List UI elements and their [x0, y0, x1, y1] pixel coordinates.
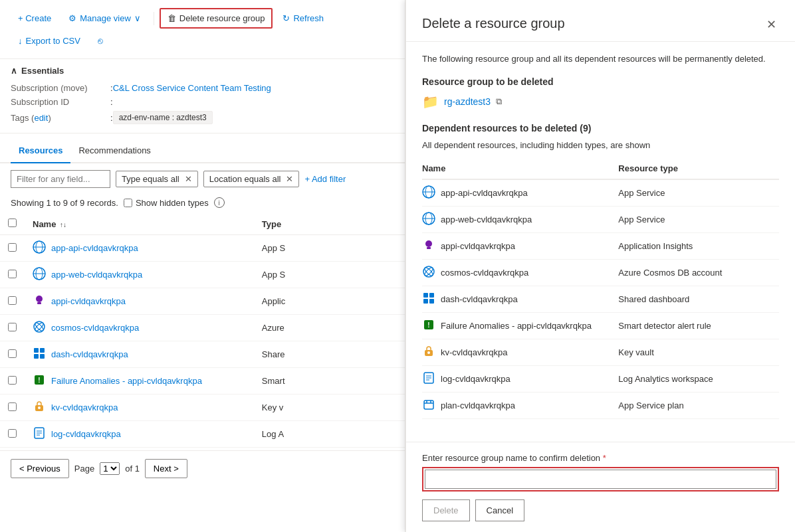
manage-view-button[interactable]: ⚙ Manage view ∨: [61, 9, 148, 28]
resource-name-cell: log-cvldqavkrqkpa: [25, 421, 254, 448]
pagination: < Previous Page 1 of 1 Next >: [0, 450, 405, 486]
svg-point-41: [427, 351, 430, 354]
rg-name-link[interactable]: rg-azdtest3: [444, 96, 491, 107]
dep-resource-icon: !: [422, 318, 435, 333]
export-csv-button[interactable]: ↓ Export to CSV: [11, 31, 88, 50]
dep-type-header: Resource type: [618, 158, 779, 179]
next-button[interactable]: Next >: [145, 459, 187, 478]
show-hidden-label[interactable]: Show hidden types: [124, 198, 209, 208]
resource-name-link[interactable]: dash-cvldqavkrqkpa: [51, 349, 128, 359]
resource-name-cell: app-api-cvldqavkrqkpa: [25, 235, 254, 262]
dependent-note: All dependent resources, including hidde…: [422, 140, 779, 150]
dep-table-row: dash-cvldqavkrqkpa Shared dashboard: [422, 286, 779, 312]
row-checkbox[interactable]: [8, 402, 17, 411]
dep-resource-type: Smart detector alert rule: [618, 312, 779, 339]
resource-name-link[interactable]: kv-cvldqavkrqkpa: [51, 402, 118, 412]
row-checkbox[interactable]: [8, 296, 17, 305]
resource-name-cell: cosmos-cvldqavkrqkpa: [25, 315, 254, 341]
resource-name-link[interactable]: cosmos-cvldqavkrqkpa: [51, 323, 139, 333]
delete-resource-group-button[interactable]: 🗑 Delete resource group: [160, 8, 273, 29]
confirm-rg-input[interactable]: [425, 470, 776, 489]
info-icon[interactable]: i: [214, 197, 225, 208]
row-checkbox[interactable]: [8, 376, 17, 385]
resource-icon: [33, 320, 46, 335]
dependent-section-title: Dependent resources to be deleted (9): [422, 123, 779, 133]
sort-icon: ↑↓: [60, 221, 66, 228]
svg-text:!: !: [38, 377, 40, 384]
modal-title: Delete a resource group: [422, 16, 565, 31]
dep-resource-icon: [422, 185, 435, 201]
previous-button[interactable]: < Previous: [11, 459, 69, 478]
close-modal-button[interactable]: ✕: [764, 16, 779, 33]
dep-name-cell: log-cvldqavkrqkpa: [422, 365, 618, 392]
refresh-button[interactable]: ↻ Refresh: [275, 9, 331, 28]
resource-name-link[interactable]: app-web-cvldqavkrqkpa: [51, 270, 142, 280]
tab-resources[interactable]: Resources: [11, 139, 70, 163]
cancel-delete-button[interactable]: Cancel: [475, 499, 524, 521]
row-checkbox[interactable]: [8, 270, 17, 278]
filter-row: Type equals all ✕ Location equals all ✕ …: [0, 163, 405, 195]
dep-resource-type: App Service: [618, 179, 779, 207]
name-column-header[interactable]: Name ↑↓: [25, 213, 254, 235]
export-icon: ↓: [18, 36, 23, 46]
dep-resource-name: appi-cvldqavkrqkpa: [441, 241, 515, 251]
create-button[interactable]: + Create: [11, 9, 58, 28]
svg-rect-7: [37, 302, 41, 304]
dep-table-row: kv-cvldqavkrqkpa Key vault: [422, 339, 779, 365]
table-row: dash-cvldqavkrqkpa Share: [0, 341, 405, 368]
row-checkbox-cell: [0, 235, 25, 262]
more-options-button[interactable]: ⎋: [90, 31, 110, 50]
svg-rect-35: [429, 293, 434, 298]
resource-name-link[interactable]: Failure Anomalies - appi-cvldqavkrqkpa: [51, 376, 202, 386]
dep-resource-icon: [422, 398, 435, 413]
row-checkbox[interactable]: [8, 349, 17, 358]
resource-type-cell: Applic: [254, 288, 405, 315]
resource-name-link[interactable]: appi-cvldqavkrqkpa: [51, 296, 126, 306]
dep-name-header: Name: [422, 158, 618, 179]
svg-point-18: [38, 406, 41, 409]
subscription-link[interactable]: C&L Cross Service Content Team Testing: [113, 83, 271, 93]
resource-tabs: Resources Recommendations: [0, 139, 405, 163]
type-filter-tag: Type equals all ✕: [116, 171, 198, 187]
page-select[interactable]: 1: [100, 462, 120, 475]
table-row: kv-cvldqavkrqkpa Key v: [0, 395, 405, 421]
dep-resource-type: Application Insights: [618, 232, 779, 259]
dependent-resources-section: Dependent resources to be deleted (9) Al…: [422, 123, 779, 419]
dep-resource-type: Azure Cosmos DB account: [618, 259, 779, 286]
tab-recommendations[interactable]: Recommendations: [70, 139, 158, 163]
toolbar: + Create ⚙ Manage view ∨ 🗑 Delete resour…: [0, 0, 405, 59]
essentials-header[interactable]: ∧ Essentials: [11, 66, 394, 76]
dep-name-cell: appi-cvldqavkrqkpa: [422, 232, 618, 259]
modal-header: Delete a resource group ✕: [406, 0, 795, 42]
subscription-label: Subscription (move): [11, 83, 110, 93]
modal-footer: Delete Cancel: [422, 499, 779, 521]
svg-rect-37: [429, 299, 434, 304]
copy-icon[interactable]: ⧉: [496, 96, 502, 107]
edit-tags-link[interactable]: edit: [34, 113, 48, 123]
resource-type-cell: App S: [254, 262, 405, 288]
row-checkbox[interactable]: [8, 243, 17, 252]
location-filter-close[interactable]: ✕: [286, 174, 293, 184]
svg-rect-12: [40, 348, 45, 353]
dep-name-cell: ! Failure Anomalies - appi-cvldqavkrqkpa: [422, 312, 618, 339]
resource-name-cell: dash-cvldqavkrqkpa: [25, 341, 254, 368]
row-checkbox[interactable]: [8, 429, 17, 438]
resource-type-cell: Smart: [254, 368, 405, 395]
filter-input[interactable]: [11, 170, 110, 188]
resource-icon: !: [33, 373, 46, 389]
tags-row: Tags (edit) : azd-env-name : azdtest3: [11, 109, 394, 126]
resource-name-link[interactable]: log-cvldqavkrqkpa: [51, 429, 121, 439]
dep-table-row: plan-cvldqavkrqkpa App Service plan: [422, 392, 779, 418]
left-panel: + Create ⚙ Manage view ∨ 🗑 Delete resour…: [0, 0, 405, 532]
dep-resource-name: log-cvldqavkrqkpa: [441, 374, 511, 384]
select-all-checkbox[interactable]: [8, 219, 17, 227]
row-checkbox-cell: [0, 395, 25, 421]
delete-confirm-button[interactable]: Delete: [422, 499, 470, 521]
resource-type-cell: Log A: [254, 421, 405, 448]
add-filter-button[interactable]: + Add filter: [304, 174, 346, 184]
type-filter-close[interactable]: ✕: [185, 174, 192, 184]
row-checkbox[interactable]: [8, 323, 17, 331]
show-hidden-checkbox[interactable]: [124, 199, 132, 207]
resource-name-cell: ! Failure Anomalies - appi-cvldqavkrqkpa: [25, 368, 254, 395]
resource-name-link[interactable]: app-api-cvldqavkrqkpa: [51, 243, 138, 253]
